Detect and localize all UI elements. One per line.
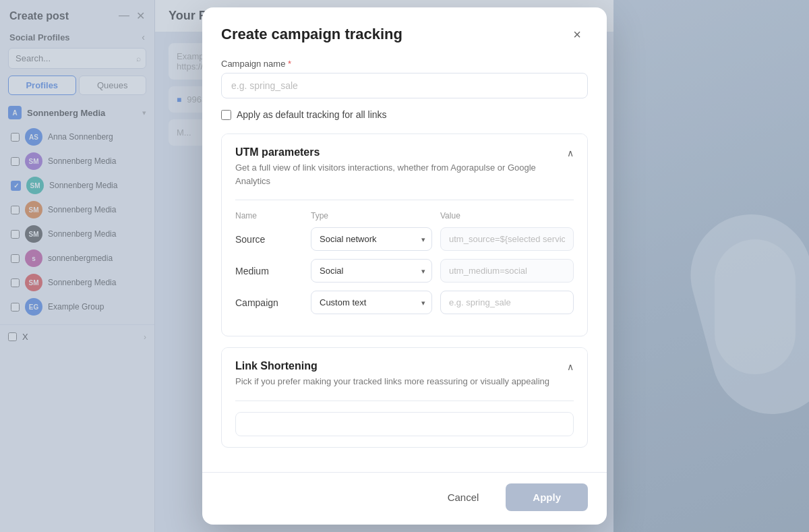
utm-col-type: Type xyxy=(311,211,432,220)
utm-section-header-text: UTM parameters Get a full view of link v… xyxy=(235,146,559,187)
utm-campaign-type-select[interactable]: Custom text Social network None xyxy=(311,291,432,314)
modal-body: Campaign name * Apply as default trackin… xyxy=(202,59,607,472)
default-tracking-row: Apply as default tracking for all links xyxy=(221,109,588,120)
link-shortening-collapse-icon[interactable]: ∧ xyxy=(567,361,574,372)
utm-source-type-wrapper: Social network Custom text None ▾ xyxy=(311,227,432,251)
link-shortening-header[interactable]: Link Shortening Pick if you prefer makin… xyxy=(222,348,587,401)
campaign-name-label: Campaign name * xyxy=(221,59,588,69)
utm-section-desc: Get a full view of link visitors interac… xyxy=(235,161,559,187)
utm-collapse-icon[interactable]: ∧ xyxy=(567,148,574,158)
utm-campaign-row: Campaign Custom text Social network None… xyxy=(235,291,574,314)
utm-section: UTM parameters Get a full view of link v… xyxy=(221,134,588,336)
utm-section-title: UTM parameters xyxy=(235,146,559,158)
required-indicator: * xyxy=(288,59,291,69)
utm-section-header[interactable]: UTM parameters Get a full view of link v… xyxy=(222,134,587,200)
utm-source-row: Source Social network Custom text None ▾ xyxy=(235,227,574,251)
utm-medium-label: Medium xyxy=(235,266,303,276)
utm-medium-type-select[interactable]: Social Custom text None xyxy=(311,259,432,283)
default-tracking-checkbox[interactable] xyxy=(221,110,231,120)
utm-table-header: Name Type Value xyxy=(235,211,574,220)
modal-header: Create campaign tracking × xyxy=(202,7,607,59)
modal-overlay: Create campaign tracking × Campaign name… xyxy=(0,0,809,532)
utm-campaign-value-input[interactable] xyxy=(440,291,574,314)
utm-medium-value-input xyxy=(440,259,574,283)
cancel-button[interactable]: Cancel xyxy=(429,483,498,511)
utm-campaign-type-wrapper: Custom text Social network None ▾ xyxy=(311,291,432,314)
apply-button[interactable]: Apply xyxy=(506,483,588,511)
link-shortening-body xyxy=(222,401,587,447)
modal-footer: Cancel Apply xyxy=(202,472,607,525)
campaign-name-input[interactable] xyxy=(221,73,588,98)
utm-source-value-input xyxy=(440,227,574,251)
utm-medium-row: Medium Social Custom text None ▾ xyxy=(235,259,574,283)
link-shortening-title: Link Shortening xyxy=(235,360,559,372)
link-shortening-section: Link Shortening Pick if you prefer makin… xyxy=(221,347,588,448)
link-shortening-input-area[interactable] xyxy=(235,412,574,436)
campaign-tracking-modal: Create campaign tracking × Campaign name… xyxy=(202,7,607,525)
utm-campaign-label: Campaign xyxy=(235,297,303,308)
utm-col-name: Name xyxy=(235,211,303,220)
utm-source-label: Source xyxy=(235,234,303,245)
modal-close-button[interactable]: × xyxy=(566,24,588,45)
link-shortening-header-text: Link Shortening Pick if you prefer makin… xyxy=(235,360,559,388)
utm-medium-type-wrapper: Social Custom text None ▾ xyxy=(311,259,432,283)
utm-source-type-select[interactable]: Social network Custom text None xyxy=(311,227,432,251)
campaign-name-group: Campaign name * xyxy=(221,59,588,98)
utm-section-body: Name Type Value Source Social network Cu… xyxy=(222,200,587,336)
default-tracking-label[interactable]: Apply as default tracking for all links xyxy=(237,109,387,120)
link-shortening-desc: Pick if you prefer making your tracked l… xyxy=(235,375,559,388)
modal-title: Create campaign tracking xyxy=(221,26,402,43)
utm-col-value: Value xyxy=(440,211,574,220)
